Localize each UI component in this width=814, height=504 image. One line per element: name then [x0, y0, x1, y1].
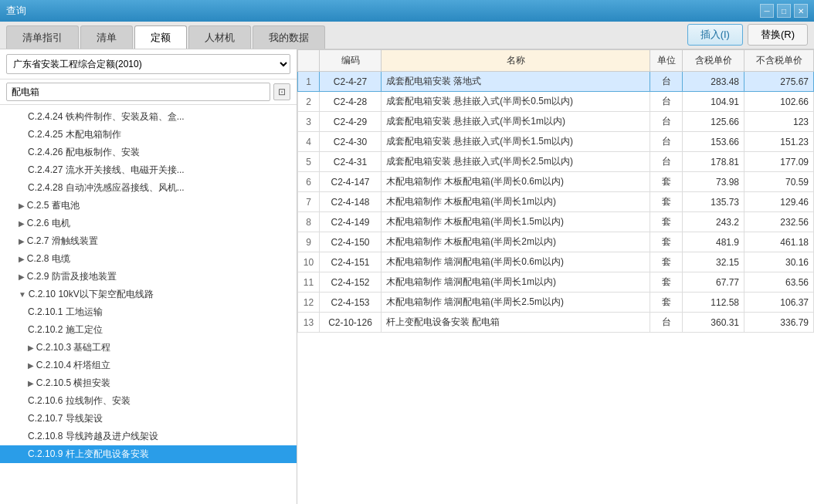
table-row[interactable]: 1C2-4-27成套配电箱安装 落地式台283.48275.67: [298, 72, 814, 92]
row-code: C2-4-31: [320, 152, 382, 172]
table-header: 编码 名称 单位 含税单价 不含税单价: [298, 50, 814, 72]
row-code: C2-4-147: [320, 172, 382, 192]
row-num: 13: [298, 313, 320, 333]
tree-item-c2109[interactable]: C.2.10.9 杆上变配电设备安装: [0, 445, 297, 463]
row-name: 成套配电箱安装 落地式: [382, 72, 650, 92]
row-notax-price: 177.09: [744, 152, 814, 172]
row-notax-price: 336.79: [744, 313, 814, 333]
tab-rencaiji[interactable]: 人材机: [188, 25, 251, 49]
insert-button[interactable]: 插入(I): [687, 24, 743, 46]
row-tax-price: 104.91: [683, 92, 744, 112]
tab-bar: 清单指引 清单 定额 人材机 我的数据 插入(I) 替换(R): [0, 22, 814, 49]
maximize-button[interactable]: □: [777, 4, 791, 18]
tree-item-c2108[interactable]: C.2.10.8 导线跨越及进户线架设: [0, 428, 297, 445]
row-code: C2-4-30: [320, 132, 382, 152]
search-area: ⊡: [0, 79, 297, 105]
row-unit: 套: [650, 252, 683, 272]
row-num: 2: [298, 92, 320, 112]
row-name: 木配电箱制作 墙洞配电箱(半周长1m以内): [382, 272, 650, 293]
table-row[interactable]: 5C2-4-31成套配电箱安装 悬挂嵌入式(半周长2.5m以内)台178.811…: [298, 152, 814, 172]
row-code: C2-4-148: [320, 192, 382, 212]
table-row[interactable]: 13C2-10-126杆上变配电设备安装 配电箱台360.31336.79: [298, 313, 814, 333]
main-layout: 广东省安装工程综合定额(2010) ⊡ C.2.4.24 铁构件制作、安装及箱、…: [0, 49, 814, 504]
window-title: 查询: [6, 4, 760, 18]
tree-item-c2104[interactable]: C.2.10.4 杆塔组立: [0, 357, 297, 374]
tree-item-c28[interactable]: C.2.8 电缆: [0, 250, 297, 268]
table-row[interactable]: 9C2-4-150木配电箱制作 木板配电箱(半周长2m以内)套481.9461.…: [298, 232, 814, 252]
tree-item-c2106[interactable]: C.2.10.6 拉线制作、安装: [0, 392, 297, 410]
tree-item-c27[interactable]: C.2.7 滑触线装置: [0, 232, 297, 250]
tree-item-c2103[interactable]: C.2.10.3 基础工程: [0, 339, 297, 357]
row-num: 9: [298, 232, 320, 252]
row-num: 7: [298, 192, 320, 212]
tree-item-c2102[interactable]: C.2.10.2 施工定位: [0, 321, 297, 339]
row-name: 木配电箱制作 木板配电箱(半周长0.6m以内): [382, 172, 650, 192]
title-bar: 查询 ─ □ ✕: [0, 0, 814, 22]
row-code: C2-4-152: [320, 272, 382, 293]
table-row[interactable]: 12C2-4-153木配电箱制作 墙洞配电箱(半周长2.5m以内)套112.58…: [298, 293, 814, 313]
tree-item-c2107[interactable]: C.2.10.7 导线架设: [0, 410, 297, 428]
tab-dinge[interactable]: 定额: [134, 25, 187, 49]
row-tax-price: 32.15: [683, 252, 744, 272]
row-name: 木配电箱制作 木板配电箱(半周长2m以内): [382, 232, 650, 252]
row-unit: 套: [650, 172, 683, 192]
tree-item-c2426[interactable]: C.2.4.26 配电板制作、安装: [0, 144, 297, 161]
minimize-button[interactable]: ─: [760, 4, 774, 18]
table-row[interactable]: 2C2-4-28成套配电箱安装 悬挂嵌入式(半周长0.5m以内)台104.911…: [298, 92, 814, 112]
table-row[interactable]: 11C2-4-152木配电箱制作 墙洞配电箱(半周长1m以内)套67.7763.…: [298, 272, 814, 293]
close-button[interactable]: ✕: [794, 4, 808, 18]
data-table: 编码 名称 单位 含税单价 不含税单价 1C2-4-27成套配电箱安装 落地式台…: [297, 49, 814, 333]
row-num: 1: [298, 72, 320, 92]
row-tax-price: 135.73: [683, 192, 744, 212]
tree-item-c29[interactable]: C.2.9 防雷及接地装置: [0, 268, 297, 286]
col-unit: 单位: [650, 50, 683, 72]
row-name: 木配电箱制作 木板配电箱(半周长1m以内): [382, 192, 650, 212]
tree-item-c2101[interactable]: C.2.10.1 工地运输: [0, 303, 297, 321]
tree-item-c2425[interactable]: C.2.4.25 木配电箱制作: [0, 126, 297, 144]
tab-actions: 插入(I) 替换(R): [687, 24, 808, 49]
quota-dropdown[interactable]: 广东省安装工程综合定额(2010): [6, 54, 290, 74]
row-num: 4: [298, 132, 320, 152]
tree-item-c2428[interactable]: C.2.4.28 自动冲洗感应器接线、风机...: [0, 179, 297, 197]
row-tax-price: 178.81: [683, 152, 744, 172]
table-row[interactable]: 7C2-4-148木配电箱制作 木板配电箱(半周长1m以内)套135.73129…: [298, 192, 814, 212]
row-num: 12: [298, 293, 320, 313]
table-scroll[interactable]: 编码 名称 单位 含税单价 不含税单价 1C2-4-27成套配电箱安装 落地式台…: [297, 49, 814, 504]
table-row[interactable]: 3C2-4-29成套配电箱安装 悬挂嵌入式(半周长1m以内)台125.66123: [298, 112, 814, 132]
row-num: 6: [298, 172, 320, 192]
row-notax-price: 106.37: [744, 293, 814, 313]
tree-area: C.2.4.24 铁构件制作、安装及箱、盒...C.2.4.25 木配电箱制作C…: [0, 105, 297, 504]
table-row[interactable]: 10C2-4-151木配电箱制作 墙洞配电箱(半周长0.6m以内)套32.153…: [298, 252, 814, 272]
tree-item-c2424[interactable]: C.2.4.24 铁构件制作、安装及箱、盒...: [0, 108, 297, 126]
replace-button[interactable]: 替换(R): [748, 24, 808, 46]
tab-mydata[interactable]: 我的数据: [253, 25, 325, 49]
tab-qingjian[interactable]: 清单: [80, 25, 133, 49]
row-notax-price: 461.18: [744, 232, 814, 252]
tree-item-c25[interactable]: C.2.5 蓄电池: [0, 197, 297, 215]
table-row[interactable]: 4C2-4-30成套配电箱安装 悬挂嵌入式(半周长1.5m以内)台153.661…: [298, 132, 814, 152]
table-row[interactable]: 8C2-4-149木配电箱制作 木板配电箱(半周长1.5m以内)套243.223…: [298, 212, 814, 232]
search-input[interactable]: [6, 83, 270, 101]
row-tax-price: 243.2: [683, 212, 744, 232]
table-row[interactable]: 6C2-4-147木配电箱制作 木板配电箱(半周长0.6m以内)套73.9870…: [298, 172, 814, 192]
dropdown-area: 广东省安装工程综合定额(2010): [0, 49, 297, 79]
tree-item-c26[interactable]: C.2.6 电机: [0, 215, 297, 232]
col-tax-price: 含税单价: [683, 50, 744, 72]
tree-item-c210[interactable]: C.2.10 10kV以下架空配电线路: [0, 286, 297, 303]
row-tax-price: 125.66: [683, 112, 744, 132]
row-name: 木配电箱制作 木板配电箱(半周长1.5m以内): [382, 212, 650, 232]
row-tax-price: 67.77: [683, 272, 744, 293]
tree-item-c2427[interactable]: C.2.4.27 流水开关接线、电磁开关接...: [0, 161, 297, 179]
row-notax-price: 129.46: [744, 192, 814, 212]
tab-qingjian-yinyin[interactable]: 清单指引: [6, 25, 79, 49]
row-num: 11: [298, 272, 320, 293]
tree-item-c2105[interactable]: C.2.10.5 横担安装: [0, 374, 297, 392]
row-tax-price: 283.48: [683, 72, 744, 92]
table-body: 1C2-4-27成套配电箱安装 落地式台283.48275.672C2-4-28…: [298, 72, 814, 333]
search-icon-button[interactable]: ⊡: [273, 83, 290, 100]
row-tax-price: 73.98: [683, 172, 744, 192]
row-code: C2-4-149: [320, 212, 382, 232]
row-name: 成套配电箱安装 悬挂嵌入式(半周长2.5m以内): [382, 152, 650, 172]
row-unit: 台: [650, 313, 683, 333]
row-notax-price: 102.66: [744, 92, 814, 112]
